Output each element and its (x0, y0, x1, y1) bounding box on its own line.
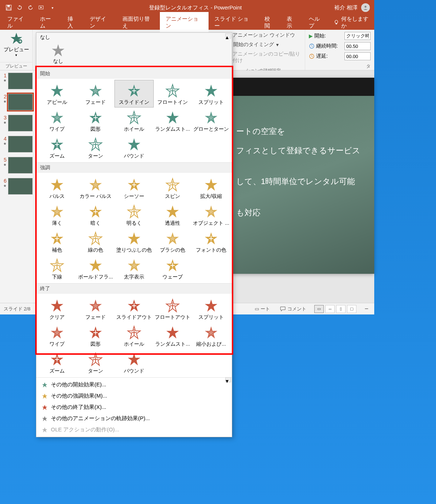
animation-exit-1[interactable]: フェード (76, 295, 115, 322)
gallery-footer: その他の開始効果(E)...その他の強調効果(M)...その他の終了効果(X).… (36, 378, 232, 437)
star-icon (41, 405, 48, 410)
animation-entrance-9[interactable]: グローとターン (192, 107, 230, 134)
normal-view-button[interactable]: ▭ (314, 305, 324, 313)
gallery-more-2[interactable]: その他の終了効果(X)... (36, 402, 232, 413)
start-label: ▶開始: (309, 33, 342, 39)
sorter-view-button[interactable]: ▫▫ (325, 305, 335, 313)
animation-entrance-4[interactable]: スプリット (192, 80, 230, 107)
thumbnail-slide-3[interactable]: 3★ (0, 113, 36, 134)
star-icon (41, 416, 48, 422)
svg-point-5 (335, 20, 338, 24)
scroll-up-button[interactable]: ▴ (225, 33, 231, 38)
user-avatar-icon[interactable] (361, 3, 370, 12)
save-button[interactable] (5, 4, 12, 11)
gallery-section-entrance: 開始アピールフェードスライドインフロートインスプリットワイプ図形ホイールランダム… (36, 69, 232, 163)
animation-entrance-8[interactable]: ランダムスト... (153, 107, 192, 134)
scroll-down-button[interactable]: ▾ (225, 377, 231, 382)
gallery-more-4: OLE アクションの動作(O)... (36, 424, 232, 435)
animation-emphasis-12[interactable]: 塗りつぶしの色 (115, 228, 153, 255)
delay-input[interactable] (344, 52, 371, 60)
animation-none[interactable]: なし (40, 41, 76, 67)
current-slide[interactable]: ートの空室を フィスとして登録できるサービス して、1時間単位でレンタル可能 も… (229, 78, 374, 274)
animation-emphasis-4[interactable]: 拡大/収縮 (192, 174, 230, 201)
animation-emphasis-15[interactable]: 下線 (38, 255, 76, 282)
animation-emphasis-1[interactable]: カラー パルス (76, 174, 115, 201)
trigger-button[interactable]: 開始のタイミング ▾ (225, 41, 301, 48)
thumbnail-slide-1[interactable]: 1★ (0, 70, 36, 92)
animation-entrance-7[interactable]: ホイール (115, 107, 153, 134)
animation-emphasis-2[interactable]: シーソー (115, 174, 153, 201)
animation-painter-button[interactable]: アニメーションのコピー/貼り付け (225, 51, 301, 64)
svg-rect-2 (7, 8, 11, 10)
animation-emphasis-7[interactable]: 明るく (115, 201, 153, 228)
animation-exit-11[interactable]: ターン (76, 349, 115, 376)
gallery-section-none: なし なし (36, 33, 232, 69)
preview-group-label: プレビュー (0, 62, 32, 70)
animation-emphasis-5[interactable]: 薄く (38, 201, 76, 228)
animation-emphasis-0[interactable]: パルス (38, 174, 76, 201)
animation-exit-4[interactable]: スプリット (192, 295, 230, 322)
animation-exit-12[interactable]: バウンド (115, 349, 153, 376)
animation-emphasis-11[interactable]: 線の色 (76, 228, 115, 255)
svg-rect-6 (335, 23, 337, 24)
animation-exit-7[interactable]: ホイール (115, 322, 153, 349)
svg-rect-1 (7, 5, 10, 7)
animation-entrance-2[interactable]: スライドイン (115, 80, 153, 107)
animation-emphasis-18[interactable]: ウェーブ (153, 255, 192, 282)
animation-entrance-10[interactable]: ズーム (38, 134, 76, 161)
animation-emphasis-3[interactable]: スピン (153, 174, 192, 201)
animation-exit-5[interactable]: ワイプ (38, 322, 76, 349)
animation-entrance-5[interactable]: ワイプ (38, 107, 76, 134)
animation-emphasis-9[interactable]: オブジェクト ... (192, 201, 230, 228)
slide-thumbnails[interactable]: 1★2★3★4★5★6★ (0, 70, 36, 303)
animation-entrance-1[interactable]: フェード (76, 80, 115, 107)
gallery-more-1[interactable]: その他の強調効果(M)... (36, 390, 232, 402)
thumbnail-slide-6[interactable]: 6★ (0, 176, 36, 197)
animation-entrance-11[interactable]: ターン (76, 134, 115, 161)
slide-counter[interactable]: スライド 2/8 (4, 306, 31, 312)
animation-exit-6[interactable]: 図形 (76, 322, 115, 349)
gallery-more-0[interactable]: その他の開始効果(E)... (36, 379, 232, 390)
zoom-out-button[interactable]: − (362, 305, 371, 313)
undo-button[interactable] (16, 4, 23, 11)
redo-button[interactable] (27, 4, 34, 11)
animation-emphasis-8[interactable]: 透過性 (153, 201, 192, 228)
animation-entrance-12[interactable]: バウンド (115, 134, 153, 161)
user-name: 裕介 相澤 (334, 4, 358, 11)
animation-pane-button[interactable]: ▸◂アニメーション ウィンドウ (225, 32, 301, 38)
lightbulb-icon (334, 20, 339, 25)
thumbnail-slide-4[interactable]: 4★ (0, 134, 36, 155)
thumbnail-slide-2[interactable]: 2★ (0, 92, 36, 113)
animation-exit-10[interactable]: ズーム (38, 349, 76, 376)
comments-button[interactable]: コメント (278, 306, 308, 312)
duration-label: 継続時間: (309, 43, 342, 49)
thumbnail-slide-5[interactable]: 5★ (0, 155, 36, 176)
animation-emphasis-10[interactable]: 補色 (38, 228, 76, 255)
slideshow-view-button[interactable]: ▢ (347, 305, 356, 313)
animation-exit-0[interactable]: クリア (38, 295, 76, 322)
animation-exit-9[interactable]: 縮小および... (192, 322, 230, 349)
animation-exit-2[interactable]: スライドアウト (115, 295, 153, 322)
animation-emphasis-13[interactable]: ブラシの色 (153, 228, 192, 255)
view-buttons: ▭ ▫▫ ▯ ▢ (314, 305, 356, 313)
animation-emphasis-16[interactable]: ボールドフラ... (76, 255, 115, 282)
qat-customize-dropdown[interactable]: ▾ (49, 4, 56, 11)
notes-button[interactable]: ▭ ート (253, 306, 272, 312)
gallery-section-exit: 終了クリアフェードスライドアウトフロートアウトスプリットワイプ図形ホイールランダ… (36, 284, 232, 378)
preview-button[interactable]: プレビュー ▾ (4, 32, 29, 57)
animation-entrance-0[interactable]: アピール (38, 80, 76, 107)
animation-entrance-6[interactable]: 図形 (76, 107, 115, 134)
reading-view-button[interactable]: ▯ (336, 305, 346, 313)
animation-exit-8[interactable]: ランダムスト... (153, 322, 192, 349)
animation-emphasis-6[interactable]: 暗く (76, 201, 115, 228)
animation-exit-3[interactable]: フロートアウト (153, 295, 192, 322)
start-dropdown[interactable] (344, 32, 371, 40)
animation-emphasis-17[interactable]: 太字表示 (115, 255, 153, 282)
start-from-beginning-button[interactable] (38, 4, 45, 11)
duration-input[interactable] (344, 42, 371, 50)
animation-entrance-3[interactable]: フロートイン (153, 80, 192, 107)
quick-access-toolbar: ▾ (0, 4, 61, 11)
gallery-more-3[interactable]: その他のアニメーションの軌跡効果(P)... (36, 413, 232, 424)
tell-me-search[interactable]: 何をしますか (334, 16, 373, 29)
animation-emphasis-14[interactable]: フォントの色 (192, 228, 230, 255)
